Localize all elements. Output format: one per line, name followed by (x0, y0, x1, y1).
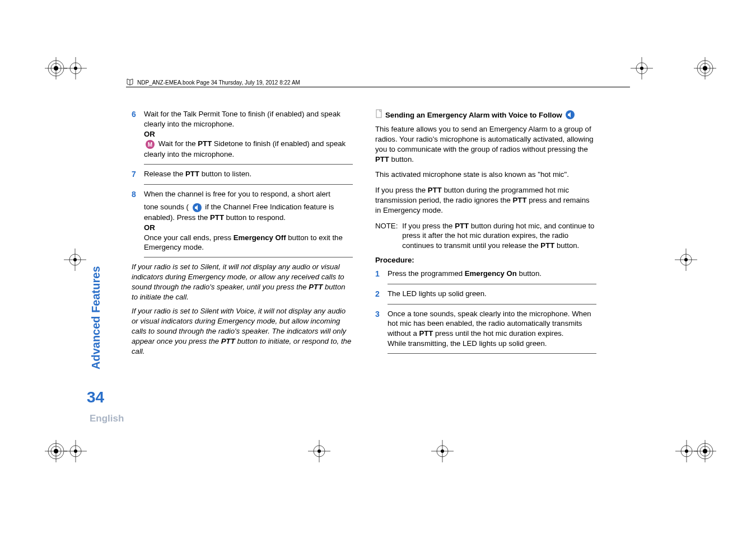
left-column: 6 Wait for the Talk Permit Tone to finis… (132, 109, 353, 361)
step-body: The LED lights up solid green. (388, 289, 596, 299)
text: button to listen. (199, 170, 251, 178)
crosshair-icon (64, 57, 87, 79)
step-body: Wait for the Talk Permit Tone to finish … (144, 109, 353, 160)
svg-point-51 (441, 449, 444, 453)
text: While transmitting, the LED lights up so… (388, 339, 547, 348)
text: If you press the (375, 186, 428, 194)
ptt-label: PTT (210, 213, 224, 222)
page: NDP_ANZ-EMEA.book Page 34 Thursday, July… (0, 0, 756, 534)
step-body: Once a tone sounds, speak clearly into t… (388, 309, 596, 349)
or-label: OR (144, 130, 155, 138)
separator (388, 353, 596, 354)
step-7: 7 Release the PTT button to listen. (132, 169, 353, 180)
text: Release the (144, 170, 185, 178)
step-body: When the channel is free for you to resp… (144, 189, 353, 253)
italic-note-1: If your radio is set to Silent, it will … (132, 262, 353, 302)
text: button. (517, 269, 542, 278)
italic-note-2: If your radio is set to Silent with Voic… (132, 306, 353, 356)
step-number: 1 (375, 269, 388, 279)
content: 6 Wait for the Talk Permit Tone to finis… (132, 109, 596, 361)
step-number: 8 (132, 189, 144, 253)
ptt-label: PTT (419, 329, 433, 338)
crosshair-icon (675, 440, 698, 462)
separator (144, 164, 353, 165)
text: Wait for the (158, 139, 198, 148)
step-number: 6 (132, 109, 144, 160)
text: button. (554, 241, 579, 250)
section-heading: Sending an Emergency Alarm with Voice to… (375, 109, 596, 121)
ptt-label: PTT (428, 186, 442, 194)
step-body: Release the PTT button to listen. (144, 169, 353, 180)
crosshair-icon (675, 249, 697, 271)
proc-step-1: 1 Press the programmed Emergency On butt… (375, 269, 596, 279)
separator (388, 284, 596, 284)
separator (388, 304, 596, 305)
emergency-off-label: Emergency Off (234, 233, 286, 242)
page-header: NDP_ANZ-EMEA.book Page 34 Thursday, July… (126, 76, 630, 87)
svg-point-43 (685, 449, 688, 453)
text: This feature allows you to send an Emerg… (375, 125, 594, 153)
ptt-label: PTT (198, 139, 212, 148)
text: tone sounds ( (144, 203, 191, 211)
emergency-on-label: Emergency On (465, 269, 517, 278)
proc-step-3: 3 Once a tone sounds, speak clearly into… (375, 309, 596, 349)
crosshair-icon (631, 57, 653, 79)
step-number: 2 (375, 289, 388, 299)
ptt-label: PTT (455, 222, 469, 230)
procedure-label: Procedure: (375, 255, 596, 265)
speaker-circle-icon (192, 203, 202, 213)
svg-rect-55 (376, 110, 381, 118)
step-number: 3 (375, 309, 388, 349)
language-label: English (90, 413, 124, 424)
ptt-label: PTT (221, 337, 235, 345)
ptt-label: PTT (185, 170, 199, 178)
separator (144, 184, 353, 185)
text: button. (389, 155, 414, 163)
svg-point-23 (74, 67, 77, 70)
proc-step-2: 2 The LED lights up solid green. (375, 289, 596, 299)
step-number: 7 (132, 169, 144, 180)
crosshair-icon (431, 440, 454, 462)
svg-point-27 (640, 67, 643, 70)
header-text: NDP_ANZ-EMEA.book Page 34 Thursday, July… (137, 79, 300, 87)
ptt-label: PTT (540, 241, 554, 250)
svg-point-35 (684, 258, 688, 261)
text: When the channel is free for you to resp… (144, 190, 330, 198)
crosshair-icon (64, 440, 87, 462)
heading-text: Sending an Emergency Alarm with Voice to… (385, 109, 576, 121)
ptt-label: PTT (309, 283, 323, 291)
text: Press the programmed (388, 269, 465, 278)
right-column: Sending an Emergency Alarm with Voice to… (375, 109, 596, 361)
speaker-circle-icon (565, 110, 575, 120)
note-label: NOTE: (375, 221, 398, 251)
ptt-label: PTT (513, 196, 527, 204)
document-icon (375, 109, 383, 119)
text: Once your call ends, press (144, 233, 234, 242)
paragraph: This feature allows you to send an Emerg… (375, 124, 596, 164)
ptt-label: PTT (375, 155, 389, 163)
reg-mark-icon (45, 440, 67, 462)
step-6: 6 Wait for the Talk Permit Tone to finis… (132, 109, 353, 160)
text: If you press the (402, 222, 455, 230)
page-number: 34 (87, 388, 104, 406)
text: Wait for the Talk Permit Tone to finish … (144, 110, 340, 128)
text: press until the hot mic duration expires… (433, 329, 563, 338)
svg-point-31 (73, 258, 77, 261)
note-body: If you press the PTT button during hot m… (402, 221, 596, 251)
svg-point-47 (318, 449, 321, 453)
or-label: OR (144, 223, 155, 232)
reg-mark-icon (694, 57, 716, 79)
step-8: 8 When the channel is free for you to re… (132, 189, 353, 253)
svg-point-39 (74, 449, 77, 453)
book-icon (126, 78, 134, 86)
svg-text:M: M (148, 142, 152, 148)
m-circle-icon: M (145, 139, 155, 149)
separator (144, 257, 353, 257)
note: NOTE: If you press the PTT button during… (375, 221, 596, 251)
text: button to respond. (224, 213, 286, 222)
reg-mark-icon (45, 57, 67, 79)
paragraph: If you press the PTT button during the p… (375, 185, 596, 215)
step-body: Press the programmed Emergency On button… (388, 269, 596, 279)
crosshair-icon (308, 440, 330, 462)
paragraph: This activated microphone state is also … (375, 170, 596, 180)
